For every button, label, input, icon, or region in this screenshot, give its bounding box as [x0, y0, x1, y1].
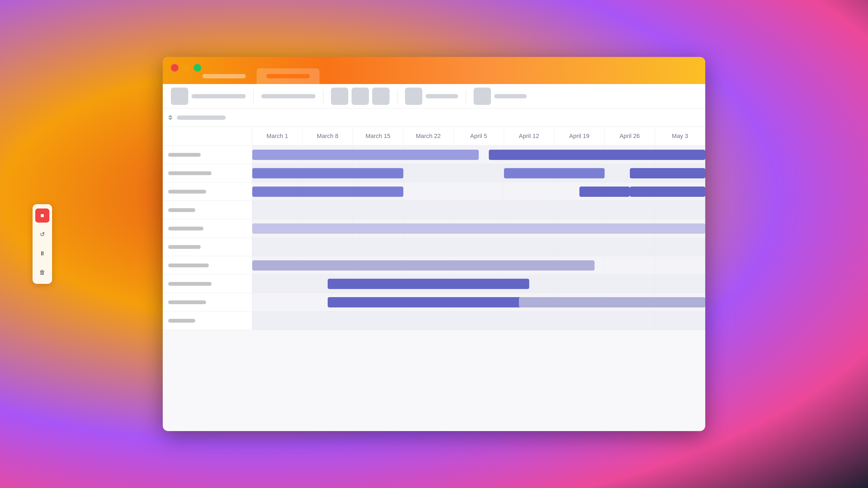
- gantt-row-0: [163, 145, 705, 164]
- toolbar-btn-5[interactable]: [405, 88, 422, 105]
- tab-2-label: [267, 74, 310, 78]
- sub-toolbar: [163, 108, 705, 127]
- row-label-bar-2: [168, 190, 206, 194]
- tab-bar: [193, 68, 319, 84]
- toolbar-btn-6[interactable]: [474, 88, 491, 105]
- row-label-bar-8: [168, 300, 206, 304]
- row-label-0: [163, 145, 252, 164]
- bar-2-2[interactable]: [630, 187, 705, 197]
- bar-2-0[interactable]: [252, 187, 403, 197]
- row-label-4: [163, 219, 252, 237]
- maximize-button[interactable]: [194, 64, 201, 72]
- col-april5: April 5: [454, 127, 504, 145]
- arrow-down-icon: [168, 118, 173, 120]
- bar-2-1[interactable]: [579, 187, 630, 197]
- sub-toolbar-label: [177, 116, 226, 120]
- gantt-row-3: [163, 201, 705, 219]
- toolbar-divider-1: [253, 90, 254, 103]
- row-label-bar-0: [168, 153, 201, 157]
- timeline-header: March 1 March 8 March 15 March 22 April …: [163, 127, 705, 145]
- toolbar-btn-1[interactable]: [171, 88, 188, 105]
- col-may3: May 3: [655, 127, 706, 145]
- tab-2[interactable]: [257, 68, 319, 84]
- gantt-row-8: [163, 293, 705, 312]
- gantt-container: March 1 March 8 March 15 March 22 April …: [163, 127, 705, 431]
- gantt-body: [163, 145, 705, 431]
- toolbar-divider-2: [323, 90, 323, 103]
- col-march22: March 22: [403, 127, 454, 145]
- bar-6-0[interactable]: [252, 260, 595, 270]
- gantt-cells-4: [252, 219, 705, 237]
- col-march1: March 1: [252, 127, 303, 145]
- row-label-5: [163, 238, 252, 256]
- minimize-button[interactable]: [182, 64, 190, 72]
- toolbar-label-4: [494, 94, 527, 98]
- gantt-cells-8: [252, 293, 705, 311]
- toolbar-group-4: [405, 88, 458, 105]
- row-label-1: [163, 164, 252, 182]
- bar-7-0[interactable]: [328, 279, 529, 289]
- gantt-cells-2: [252, 183, 705, 201]
- col-april19: April 19: [554, 127, 604, 145]
- bar-0-0[interactable]: [252, 150, 479, 160]
- gantt-cells-9: [252, 312, 705, 330]
- col-march15: March 15: [353, 127, 403, 145]
- tab-1[interactable]: [193, 68, 255, 84]
- bar-4-0[interactable]: [252, 223, 705, 234]
- col-march8: March 8: [303, 127, 353, 145]
- col-april26: April 26: [604, 127, 655, 145]
- gantt-row-6: [163, 256, 705, 274]
- tab-1-label: [203, 74, 246, 78]
- main-window: March 1 March 8 March 15 March 22 April …: [163, 57, 705, 431]
- row-label-bar-3: [168, 208, 195, 212]
- bar-1-0[interactable]: [252, 168, 403, 178]
- gantt-row-7: [163, 274, 705, 293]
- left-toolbar: ■ ↺ ⏸ 🗑: [33, 204, 52, 284]
- gantt-cells-7: [252, 274, 705, 293]
- row-label-9: [163, 312, 252, 330]
- row-label-2: [163, 183, 252, 201]
- row-label-3: [163, 201, 252, 219]
- bar-0-1[interactable]: [489, 150, 705, 160]
- row-label-col-header: [163, 127, 252, 145]
- gantt-row-4: [163, 219, 705, 238]
- row-label-7: [163, 274, 252, 293]
- gantt-cells-6: [252, 256, 705, 274]
- undo-button[interactable]: ↺: [35, 227, 50, 241]
- bars-0: [252, 145, 705, 164]
- row-label-8: [163, 293, 252, 311]
- toolbar-btn-4[interactable]: [372, 88, 390, 105]
- toolbar-label-3: [426, 94, 458, 98]
- bar-1-1[interactable]: [504, 168, 604, 178]
- gantt-row-9: [163, 312, 705, 330]
- toolbar-group-1: [171, 88, 246, 105]
- bar-8-1[interactable]: [519, 297, 705, 307]
- bar-8-0[interactable]: [328, 297, 529, 307]
- pause-button[interactable]: ⏸: [35, 247, 50, 261]
- delete-button[interactable]: 🗑: [35, 265, 50, 280]
- close-button[interactable]: [171, 64, 179, 72]
- toolbar-btn-3[interactable]: [351, 88, 369, 105]
- toolbar-btn-2[interactable]: [331, 88, 348, 105]
- toolbar: [163, 84, 705, 108]
- bars-2: [252, 183, 705, 201]
- toolbar-group-2: [261, 94, 315, 98]
- bars-4: [252, 219, 705, 237]
- gantt-cells-5: [252, 238, 705, 256]
- gantt-row-2: [163, 183, 705, 201]
- traffic-lights: [171, 64, 201, 72]
- arrow-up-icon: [168, 115, 173, 117]
- title-bar: [163, 57, 705, 84]
- row-label-bar-4: [168, 227, 204, 230]
- gantt-cells-3: [252, 201, 705, 219]
- gantt-row-5: [163, 238, 705, 256]
- bars-8: [252, 293, 705, 311]
- row-label-bar-7: [168, 282, 212, 286]
- timeline-cols: March 1 March 8 March 15 March 22 April …: [252, 127, 705, 145]
- gantt-cells-0: [252, 145, 705, 164]
- bar-1-2[interactable]: [630, 168, 705, 178]
- record-button[interactable]: ■: [35, 208, 50, 223]
- row-label-bar-6: [168, 263, 209, 267]
- sort-arrows[interactable]: [168, 115, 173, 120]
- toolbar-label-2: [261, 94, 315, 98]
